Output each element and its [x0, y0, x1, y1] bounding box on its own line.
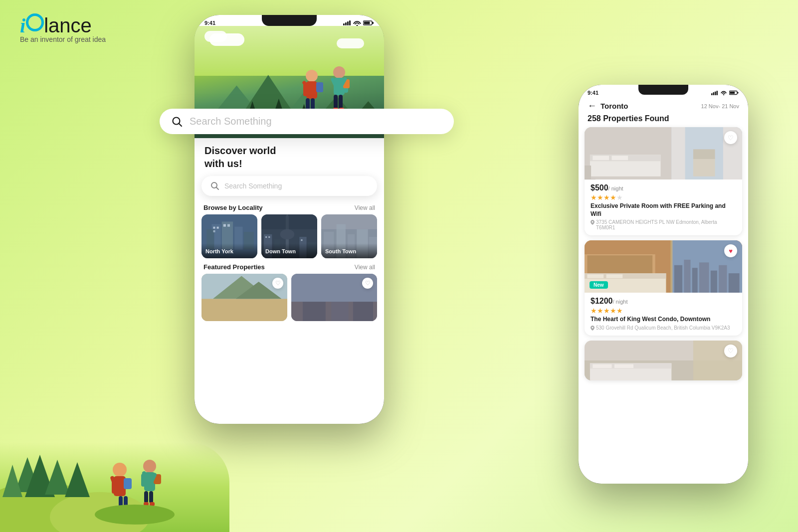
- svg-rect-78: [217, 227, 219, 229]
- svg-line-69: [216, 187, 219, 190]
- property-card-1[interactable]: ♡ $500/ night ★★★★★ Exclusive Private Ro…: [585, 127, 742, 235]
- locality-name-downtown: Down Town: [265, 248, 296, 254]
- floating-search-bar[interactable]: Search Something: [160, 109, 454, 134]
- svg-rect-77: [213, 227, 215, 229]
- logo-i: i: [20, 14, 25, 37]
- p2-dates: 12 Nov- 21 Nov: [701, 103, 739, 109]
- svg-rect-34: [372, 22, 374, 24]
- hero-title: Discover world with us!: [204, 144, 374, 170]
- prop3-heart[interactable]: ♡: [724, 345, 737, 357]
- p1-notch: [262, 15, 317, 26]
- prop2-new-badge: New: [590, 281, 608, 289]
- svg-rect-55: [316, 82, 323, 92]
- svg-point-16: [143, 460, 156, 473]
- svg-rect-92: [268, 236, 270, 238]
- phone1-screen: 9:41: [195, 15, 384, 424]
- browse-view-all[interactable]: View all: [355, 204, 375, 211]
- svg-rect-94: [261, 214, 317, 229]
- svg-rect-93: [301, 239, 302, 241]
- browse-header: Browse by Locality View all: [195, 200, 384, 214]
- property-card-3[interactable]: ♡: [585, 341, 742, 380]
- p1-status-icons: [343, 20, 374, 26]
- svg-rect-120: [715, 91, 716, 95]
- svg-rect-29: [347, 21, 349, 25]
- prop3-image: ♡: [585, 341, 742, 380]
- svg-rect-119: [713, 92, 715, 95]
- prop1-stars: ★★★★★: [591, 193, 736, 201]
- locality-south-town[interactable]: South Town: [321, 214, 377, 258]
- phone1: 9:41: [195, 15, 384, 424]
- svg-rect-19: [144, 491, 148, 503]
- locality-north-york[interactable]: North York: [201, 214, 257, 258]
- svg-rect-60: [334, 95, 338, 109]
- browse-title: Browse by Locality: [203, 204, 262, 211]
- prop2-address: 530 Grovehill Rd Qualicum Beach, British…: [591, 325, 736, 331]
- floating-search-text: Search Something: [190, 116, 272, 127]
- prop1-heart[interactable]: ♡: [724, 131, 737, 144]
- logo-tagline: Be an inventor of great idea: [20, 35, 106, 43]
- featured-cards: ♡ ♡: [195, 274, 384, 321]
- svg-rect-20: [149, 491, 153, 503]
- svg-rect-121: [717, 91, 718, 95]
- featured-header: Featured Properties View all: [195, 258, 384, 274]
- featured-card-1[interactable]: ♡: [201, 274, 287, 321]
- prop2-bg: [585, 240, 742, 293]
- hero-title-area: Discover world with us!: [195, 138, 384, 172]
- locality-name-north-york: North York: [205, 248, 233, 254]
- logo: i lance: [20, 14, 106, 37]
- prop2-info: $1200/ night ★★★★★ The Heart of King Wes…: [585, 293, 742, 336]
- svg-rect-139: [585, 127, 742, 179]
- svg-rect-61: [339, 95, 343, 109]
- prop1-bg: [585, 127, 742, 179]
- prop3-bg: [585, 341, 742, 380]
- svg-marker-4: [45, 460, 70, 495]
- svg-rect-168: [585, 341, 742, 380]
- locality-downtown[interactable]: Down Town: [261, 214, 317, 258]
- locality-name-south-town: South Town: [325, 248, 356, 254]
- svg-point-31: [357, 25, 358, 26]
- p2-count: 258 Properties Found: [579, 114, 748, 127]
- svg-rect-30: [349, 20, 351, 25]
- prop1-image: ♡: [585, 127, 742, 179]
- p2-nav: ← Toronto 12 Nov- 21 Nov: [579, 96, 748, 114]
- svg-rect-125: [737, 92, 739, 94]
- p2-status-icons: [711, 90, 739, 95]
- svg-line-117: [179, 123, 182, 126]
- p2-city: Toronto: [600, 102, 628, 110]
- property-card-2[interactable]: ♥ New $1200/ night ★★★★★ The Heart of Ki…: [585, 240, 742, 336]
- svg-point-48: [306, 70, 318, 82]
- back-button[interactable]: ←: [588, 101, 597, 111]
- featured-card-2[interactable]: ♡: [291, 274, 377, 321]
- phone2-screen: 9:41 ← Toronto 12 Nov- 21 Nov 258 Proper…: [579, 85, 748, 484]
- bg-trees: [0, 382, 229, 532]
- p2-time: 9:41: [588, 90, 598, 96]
- search-placeholder: Search Something: [224, 182, 282, 190]
- search-icon: [210, 181, 219, 190]
- logo-lance: lance: [44, 14, 92, 37]
- svg-rect-28: [345, 22, 347, 25]
- feat1-heart[interactable]: ♡: [272, 278, 283, 289]
- featured-view-all[interactable]: View all: [355, 264, 375, 271]
- svg-rect-49: [306, 81, 317, 99]
- featured-title: Featured Properties: [203, 263, 265, 271]
- svg-marker-5: [65, 462, 90, 497]
- p1-time: 9:41: [204, 20, 215, 26]
- prop2-heart[interactable]: ♥: [724, 244, 737, 257]
- prop2-price: $1200/ night: [591, 297, 736, 306]
- svg-rect-79: [213, 230, 215, 232]
- cloud1b: [204, 31, 227, 42]
- svg-rect-80: [223, 224, 226, 227]
- svg-rect-91: [265, 236, 267, 238]
- svg-point-160: [592, 327, 594, 328]
- svg-rect-33: [364, 22, 370, 24]
- logo-area: i lance Be an inventor of great idea: [20, 14, 106, 43]
- prop2-title: The Heart of King West Condo, Downtown: [591, 316, 736, 324]
- search-bar[interactable]: Search Something: [201, 176, 377, 196]
- svg-point-122: [723, 94, 724, 95]
- svg-rect-14: [124, 478, 132, 489]
- svg-point-57: [333, 66, 345, 78]
- feat2-heart[interactable]: ♡: [362, 278, 373, 289]
- svg-rect-27: [343, 23, 345, 25]
- floating-search-icon: [172, 116, 183, 127]
- svg-rect-124: [730, 92, 735, 94]
